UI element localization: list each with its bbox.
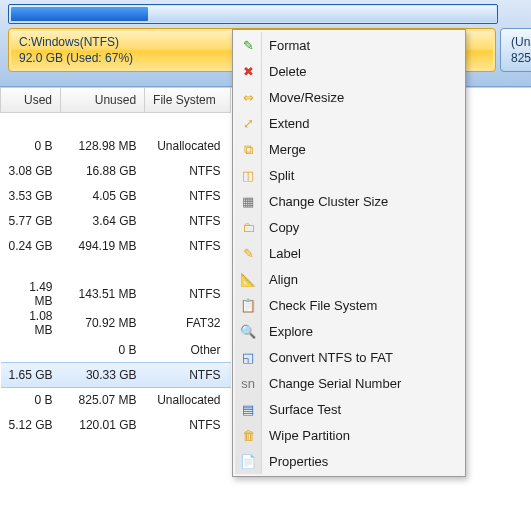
- cell-unused: 120.01 GB: [61, 413, 145, 438]
- table-row[interactable]: 0 B825.07 MBUnallocated: [1, 388, 231, 413]
- cell-fs: Other: [145, 338, 231, 363]
- menu-convert-ntfs-to-fat[interactable]: ◱Convert NTFS to FAT: [235, 344, 463, 370]
- cell-fs: NTFS: [145, 363, 231, 388]
- menu-label: Delete: [269, 64, 307, 79]
- cell-unused: 825.07 MB: [61, 388, 145, 413]
- menu-label[interactable]: ✎Label: [235, 240, 463, 266]
- menu-label: Wipe Partition: [269, 428, 350, 443]
- cell-fs: NTFS: [145, 413, 231, 438]
- cell-unused: 70.92 MB: [61, 309, 145, 338]
- cell-used: 1.49 MB: [1, 280, 61, 309]
- menu-split[interactable]: ◫Split: [235, 162, 463, 188]
- cell-unused: 4.05 GB: [61, 184, 145, 209]
- menu-delete[interactable]: ✖Delete: [235, 58, 463, 84]
- cell-unused: 16.88 GB: [61, 159, 145, 184]
- cell-used: 0 B: [1, 388, 61, 413]
- col-used[interactable]: Used: [1, 88, 61, 113]
- menu-label: Label: [269, 246, 301, 261]
- cell-fs: NTFS: [145, 280, 231, 309]
- explore-icon: 🔍: [240, 323, 256, 339]
- menu-change-cluster-size[interactable]: ▦Change Cluster Size: [235, 188, 463, 214]
- table-row[interactable]: 5.77 GB3.64 GBNTFS: [1, 209, 231, 234]
- menu-label: Change Serial Number: [269, 376, 401, 391]
- menu-extend[interactable]: ⤢Extend: [235, 110, 463, 136]
- menu-label: Move/Resize: [269, 90, 344, 105]
- cell-fs: FAT32: [145, 309, 231, 338]
- split-icon: ◫: [240, 167, 256, 183]
- menu-label: Merge: [269, 142, 306, 157]
- col-unused[interactable]: Unused: [61, 88, 145, 113]
- menu-label: Convert NTFS to FAT: [269, 350, 393, 365]
- table-row[interactable]: 1.65 GB30.33 GBNTFS: [1, 363, 231, 388]
- format-icon: ✎: [240, 37, 256, 53]
- partition-side[interactable]: (Una 825: [500, 28, 531, 72]
- col-fs[interactable]: File System: [145, 88, 231, 113]
- menu-move-resize[interactable]: ⇔Move/Resize: [235, 84, 463, 110]
- menu-label: Surface Test: [269, 402, 341, 417]
- move-resize-icon: ⇔: [240, 89, 256, 105]
- label-icon: ✎: [240, 245, 256, 261]
- menu-explore[interactable]: 🔍Explore: [235, 318, 463, 344]
- partition-table: Used Unused File System 0 B128.98 MBUnal…: [0, 88, 231, 437]
- menu-label: Check File System: [269, 298, 377, 313]
- menu-change-serial-number[interactable]: snChange Serial Number: [235, 370, 463, 396]
- table-header-row: Used Unused File System: [1, 88, 231, 113]
- partition-side-title: (Una: [511, 35, 531, 49]
- wipe-partition-icon: 🗑: [240, 427, 256, 443]
- table-row[interactable]: 3.53 GB4.05 GBNTFS: [1, 184, 231, 209]
- selection-strip: [8, 4, 498, 24]
- context-menu: ✎Format✖Delete⇔Move/Resize⤢Extend⧉Merge◫…: [232, 29, 466, 477]
- cell-used: 3.08 GB: [1, 159, 61, 184]
- extend-icon: ⤢: [240, 115, 256, 131]
- cell-unused: 30.33 GB: [61, 363, 145, 388]
- cell-used: [1, 338, 61, 363]
- menu-label: Align: [269, 272, 298, 287]
- cell-fs: Unallocated: [145, 134, 231, 159]
- menu-merge[interactable]: ⧉Merge: [235, 136, 463, 162]
- merge-icon: ⧉: [240, 141, 256, 157]
- menu-surface-test[interactable]: ▤Surface Test: [235, 396, 463, 422]
- menu-label: Split: [269, 168, 294, 183]
- menu-wipe-partition[interactable]: 🗑Wipe Partition: [235, 422, 463, 448]
- cell-used: 1.08 MB: [1, 309, 61, 338]
- cell-fs: Unallocated: [145, 388, 231, 413]
- table-row[interactable]: 0.24 GB494.19 MBNTFS: [1, 234, 231, 259]
- partition-side-subtitle: 825: [511, 51, 531, 65]
- menu-align[interactable]: 📐Align: [235, 266, 463, 292]
- selection-fill: [11, 7, 148, 21]
- cell-used: 1.65 GB: [1, 363, 61, 388]
- cell-fs: NTFS: [145, 234, 231, 259]
- align-icon: 📐: [240, 271, 256, 287]
- table-row[interactable]: 0 B128.98 MBUnallocated: [1, 134, 231, 159]
- check-file-system-icon: 📋: [240, 297, 256, 313]
- menu-format[interactable]: ✎Format: [235, 32, 463, 58]
- cell-used: 5.77 GB: [1, 209, 61, 234]
- change-cluster-size-icon: ▦: [240, 193, 256, 209]
- cell-unused: 0 B: [61, 338, 145, 363]
- menu-copy[interactable]: 🗀Copy: [235, 214, 463, 240]
- change-serial-number-icon: sn: [240, 375, 256, 391]
- cell-unused: 494.19 MB: [61, 234, 145, 259]
- table-row[interactable]: 3.08 GB16.88 GBNTFS: [1, 159, 231, 184]
- copy-icon: 🗀: [240, 219, 256, 235]
- menu-check-file-system[interactable]: 📋Check File System: [235, 292, 463, 318]
- menu-label: Properties: [269, 454, 328, 469]
- convert-ntfs-to-fat-icon: ◱: [240, 349, 256, 365]
- cell-unused: 143.51 MB: [61, 280, 145, 309]
- menu-label: Change Cluster Size: [269, 194, 388, 209]
- cell-fs: NTFS: [145, 159, 231, 184]
- surface-test-icon: ▤: [240, 401, 256, 417]
- cell-fs: NTFS: [145, 209, 231, 234]
- menu-label: Copy: [269, 220, 299, 235]
- cell-used: 0.24 GB: [1, 234, 61, 259]
- menu-label: Explore: [269, 324, 313, 339]
- menu-label: Extend: [269, 116, 309, 131]
- menu-properties[interactable]: 📄Properties: [235, 448, 463, 474]
- cell-used: 3.53 GB: [1, 184, 61, 209]
- table-row[interactable]: 1.08 MB70.92 MBFAT32: [1, 309, 231, 338]
- table-row[interactable]: 5.12 GB120.01 GBNTFS: [1, 413, 231, 438]
- table-row[interactable]: 0 BOther: [1, 338, 231, 363]
- table-row[interactable]: 1.49 MB143.51 MBNTFS: [1, 280, 231, 309]
- properties-icon: 📄: [240, 453, 256, 469]
- menu-label: Format: [269, 38, 310, 53]
